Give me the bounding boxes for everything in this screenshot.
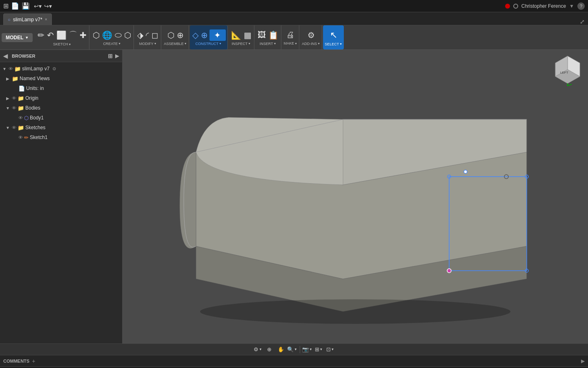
assemble-new-icon[interactable]: ⬡ [167, 29, 175, 41]
sketches-toggle[interactable]: ▼ [5, 126, 11, 130]
app-grid-icon[interactable]: ⊞ [3, 2, 9, 10]
svg-line-5 [568, 84, 572, 86]
origin-toggle[interactable]: ▶ [5, 96, 11, 101]
tree-item-origin[interactable]: ▶ 👁 📁 Origin [3, 93, 122, 103]
addins-script-icon[interactable]: ⚙ [307, 29, 316, 41]
select-label: SELECT [325, 42, 339, 46]
tree-item-body1[interactable]: 👁 ⬡ Body1 [10, 113, 122, 123]
root-toggle[interactable]: ▼ [2, 67, 7, 71]
construct-plane-icon[interactable]: ◇ [192, 29, 199, 41]
bodies-eye-icon[interactable]: 👁 [12, 105, 16, 110]
insert-group: 🖼 📋 INSERT ▼ [255, 25, 281, 49]
comments-bar: COMMENTS + ▶ [0, 355, 588, 366]
modify-press-icon[interactable]: ⬗ [136, 29, 144, 41]
browser-collapse-icon[interactable]: ◀ [3, 53, 8, 59]
root-eye-icon[interactable]: 👁 [9, 66, 13, 71]
inspect-arrow: ▼ [248, 42, 251, 45]
root-settings-icon[interactable]: ⚙ [52, 66, 56, 72]
sketch-plus-icon[interactable]: ✚ [79, 29, 87, 41]
tab-label: slimLamp v7* [13, 17, 42, 22]
sketch1-eye-icon[interactable]: 👁 [18, 135, 23, 140]
insert-decal-icon[interactable]: 📋 [267, 29, 279, 41]
root-label: slimLamp v7 [22, 66, 49, 72]
bodies-toggle[interactable]: ▼ [5, 106, 11, 110]
create-box-icon[interactable]: ⬡ [123, 29, 132, 41]
sketch-undo-icon[interactable]: ↶ [46, 29, 55, 41]
browser-expand-icon[interactable]: ⊞ [108, 53, 113, 59]
svg-point-16 [447, 269, 451, 273]
model-menu-button[interactable]: MODEL ▼ [2, 33, 33, 42]
named-views-label: Named Views [20, 76, 50, 81]
grid-button[interactable]: ⊞ ▼ [314, 345, 324, 354]
tab-close-button[interactable]: × [45, 17, 47, 22]
addins-arrow: ▼ [317, 42, 320, 45]
user-name[interactable]: Christopher Ference [521, 3, 566, 9]
tree-item-units[interactable]: 📄 Units: in [10, 83, 122, 93]
main-tab[interactable]: ○ slimLamp v7* × [3, 13, 52, 25]
create-label: CREATE [103, 42, 118, 46]
record-indicator [505, 4, 510, 9]
undo-button[interactable]: ↩▾ [34, 3, 42, 9]
inspect-zebra-icon[interactable]: ▦ [243, 29, 252, 41]
comments-expand-icon[interactable]: ▶ [581, 358, 585, 364]
construct-arrow: ▼ [219, 42, 222, 45]
named-views-toggle[interactable]: ▶ [5, 76, 11, 81]
comments-add-button[interactable]: + [32, 358, 35, 364]
tab-doc-icon: ○ [8, 17, 11, 22]
sketches-eye-icon[interactable]: 👁 [12, 125, 16, 130]
file-menu-icon[interactable]: 📄 [11, 2, 19, 10]
sketch-button[interactable]: ✏ [37, 29, 45, 41]
display-mode-arrow: ▼ [309, 348, 312, 351]
origin-eye-icon[interactable]: 👁 [12, 96, 16, 101]
assemble-label: ASSEMBLE [164, 42, 184, 46]
sketch-group: ✏ ↶ ⬜ ⌒ ✚ SKETCH ▼ [35, 25, 89, 49]
create-cyl-icon[interactable]: ⬭ [114, 29, 122, 40]
environment-button[interactable]: ⊡ ▼ [325, 345, 335, 354]
tab-expand-icon[interactable]: ⤢ [580, 18, 585, 25]
viewport[interactable]: LEFT [122, 50, 588, 343]
create-extrude-icon[interactable]: ⬡ [92, 29, 100, 41]
body1-eye-icon[interactable]: 👁 [18, 115, 23, 120]
construct-axis-icon[interactable]: ⊕ [200, 29, 209, 41]
sketch-rect-icon[interactable]: ⬜ [56, 29, 67, 41]
assemble-joint-icon[interactable]: ⊕ [176, 29, 185, 41]
inspect-measure-icon[interactable]: 📐 [230, 29, 242, 41]
zoom-button[interactable]: 🔍 ▼ [287, 345, 297, 354]
create-sphere-icon[interactable]: 🌐 [101, 29, 113, 41]
sketch-arrow: ▼ [69, 43, 71, 46]
select-cursor-icon[interactable]: ↖ [329, 29, 338, 41]
display-mode-button[interactable]: 📷 ▼ [303, 345, 312, 354]
tree-item-named-views[interactable]: ▶ 📁 Named Views [3, 74, 122, 83]
root-folder-icon: 📁 [14, 66, 21, 72]
snap-button[interactable]: ⚙ ▼ [253, 345, 263, 354]
tree-item-root[interactable]: ▼ 👁 📁 slimLamp v7 ⚙ [0, 64, 122, 74]
create-group: ⬡ 🌐 ⬭ ⬡ CREATE ▼ [90, 25, 134, 49]
orbit-button[interactable]: ✋ [276, 345, 286, 354]
tree-item-sketches[interactable]: ▼ 👁 📁 Sketches [3, 123, 122, 132]
sketch-create-icon: ✏ [38, 30, 45, 40]
construct-point-icon[interactable]: ✦ [209, 29, 226, 41]
tree-item-bodies[interactable]: ▼ 👁 📁 Bodies [3, 103, 122, 113]
environment-arrow: ▼ [331, 348, 334, 351]
clock-icon [513, 4, 518, 9]
tree-item-sketch1[interactable]: 👁 ✏ Sketch1 [10, 132, 122, 142]
named-views-folder-icon: 📁 [12, 76, 18, 82]
make-3dprint-icon[interactable]: 🖨 [285, 29, 295, 40]
sketch-plus: ✚ [80, 30, 87, 40]
redo-button[interactable]: ↪▾ [44, 3, 52, 9]
svg-point-20 [200, 299, 510, 324]
orbit-icon: ✋ [278, 346, 284, 352]
user-dropdown-icon[interactable]: ▼ [569, 3, 574, 9]
view-cube[interactable]: LEFT [551, 54, 584, 87]
sketch-arc-btn[interactable]: ⌒ [68, 29, 78, 41]
modify-fillet-icon[interactable]: ◜ [145, 29, 150, 41]
save-icon[interactable]: 💾 [22, 2, 30, 10]
construct-label: CONSTRUCT [196, 42, 219, 46]
main-area: ◀ BROWSER ⊞ ▶ ▼ 👁 📁 slimLamp v7 ⚙ ▶ 📁 Na… [0, 50, 588, 343]
insert-image-icon[interactable]: 🖼 [257, 29, 267, 40]
pan-button[interactable]: ⊕ [265, 345, 274, 354]
modify-shell-icon[interactable]: ◻ [151, 29, 159, 41]
help-button[interactable]: ? [577, 2, 585, 10]
units-label: Units: in [26, 85, 44, 91]
browser-arrow-icon[interactable]: ▶ [115, 53, 119, 59]
